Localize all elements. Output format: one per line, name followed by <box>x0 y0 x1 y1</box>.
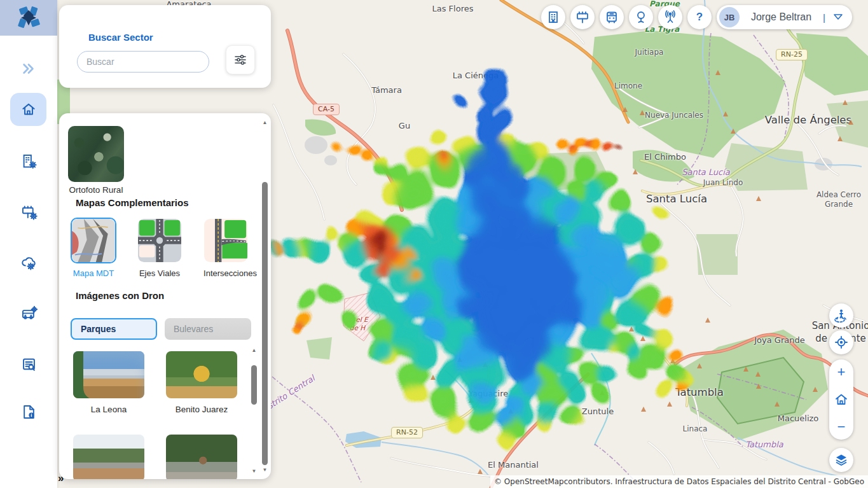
map-place-label: El Chimbo <box>644 152 686 162</box>
road-ref-badge: RN-25 <box>776 49 808 60</box>
base-layer-ortofoto-thumbnail[interactable] <box>68 126 124 182</box>
sidebar-item-report-info[interactable] <box>0 403 57 421</box>
sidebar-item-report-search[interactable] <box>0 356 57 373</box>
street-view-button[interactable] <box>829 303 853 328</box>
map-place-label: Zuntule <box>582 407 614 416</box>
peak-icon <box>640 110 645 115</box>
peak-icon <box>715 70 720 75</box>
scroll-down-icon[interactable]: ▼ <box>263 467 268 473</box>
park-card[interactable] <box>166 435 237 479</box>
drone-images-title: Imágenes con Dron <box>76 290 164 301</box>
scroll-up-icon[interactable]: ▲ <box>263 120 268 126</box>
search-panel-title: Buscar Sector <box>88 32 153 43</box>
peak-icon <box>478 469 483 474</box>
layer-mapa-mdt-thumbnail[interactable] <box>71 218 116 263</box>
map-place-label: Las Flores <box>432 4 474 13</box>
peak-icon <box>670 358 675 363</box>
peak-icon <box>756 196 761 201</box>
billboard-gear-icon <box>20 204 38 221</box>
map-place-label: Santa Lucía <box>682 167 730 177</box>
help-icon: ? <box>696 11 703 24</box>
layers-button[interactable] <box>829 448 853 472</box>
attribution-text: contributors. Infraestructura de Datos E… <box>564 477 864 486</box>
osm-attribution-link[interactable]: © OpenStreetMap <box>494 477 564 486</box>
sidebar-item-home[interactable] <box>10 93 46 126</box>
peak-icon <box>775 401 780 407</box>
app-logo[interactable] <box>0 0 57 36</box>
layer-intersecciones-label[interactable]: Intersecciones <box>195 268 265 278</box>
complementary-maps-title: Mapas Complementarios <box>76 197 189 208</box>
restricted-area <box>343 293 380 341</box>
peak-icon <box>615 319 620 324</box>
scroll-up-icon[interactable]: ▲ <box>252 347 257 354</box>
user-name: Jorge Beltran <box>740 11 823 23</box>
map-place-label: Nueva Juncales <box>645 111 703 120</box>
document-info-icon <box>20 403 38 421</box>
map-place-label: Yaguacire <box>469 389 508 398</box>
park-card-benito-juarez[interactable]: Benito Juarez <box>166 351 237 414</box>
layer-ejes-viales-thumbnail[interactable] <box>137 218 183 263</box>
sidebar-item-transport[interactable] <box>0 305 57 323</box>
map-place-label: Valle de Ángeles <box>765 114 851 126</box>
user-menu[interactable]: JB Jorge Beltran | <box>717 5 852 29</box>
peak-icon <box>705 317 710 323</box>
buildings-layer-button[interactable] <box>541 5 565 29</box>
layer-mapa-mdt-label[interactable]: Mapa MDT <box>63 268 124 278</box>
base-layer-label: Ortofoto Rural <box>68 185 124 195</box>
building-gear-icon <box>20 153 38 170</box>
peak-icon <box>508 408 513 414</box>
peak-icon <box>731 129 736 134</box>
map-place-label: Gu <box>399 121 410 130</box>
map-place-label: Juitiapa <box>635 48 664 57</box>
locate-button[interactable] <box>829 330 853 354</box>
chevrons-right-icon <box>20 62 37 76</box>
street-view-icon <box>834 308 849 323</box>
zoom-in-button[interactable]: + <box>837 366 846 379</box>
scroll-down-icon[interactable]: ▼ <box>252 468 257 475</box>
trees-layer-button[interactable] <box>629 5 653 29</box>
minor-roads-fill <box>273 10 865 478</box>
tab-parques[interactable]: Parques <box>71 318 157 340</box>
antennas-layer-button[interactable] <box>658 5 682 29</box>
urban-areas <box>305 136 832 389</box>
search-input[interactable] <box>77 51 209 73</box>
map-place-label: Santa Lucía <box>646 193 707 205</box>
zoom-out-button[interactable]: − <box>837 421 846 433</box>
map-place-label: Tatumbla <box>675 386 724 398</box>
bus-gear-icon <box>20 305 38 323</box>
scrollbar-thumb[interactable] <box>251 365 257 405</box>
layer-ejes-viales-label[interactable]: Ejes Viales <box>129 268 190 278</box>
tab-bulevares[interactable]: Bulevares <box>165 318 251 340</box>
park-card-la-leona[interactable]: La Leona <box>73 351 144 414</box>
filter-button[interactable] <box>226 45 255 74</box>
scrollbar-thumb[interactable] <box>262 182 268 465</box>
map-place-label: El Manantial <box>488 460 539 470</box>
park-card[interactable] <box>73 435 144 479</box>
map-place-label: Támara <box>371 85 402 95</box>
hillshade-thumb-icon <box>71 218 116 263</box>
transport-layer-button[interactable] <box>600 5 624 29</box>
map-attribution: © OpenStreetMap contributors. Infraestru… <box>490 475 868 488</box>
outer-scrollbar[interactable]: ▲ ▼ <box>262 120 268 473</box>
peak-icon <box>843 100 848 105</box>
peak-icon <box>457 357 462 362</box>
sidebar-item-cloud[interactable] <box>0 254 57 272</box>
map-place-label: Linaca <box>683 424 708 433</box>
home-extent-button[interactable] <box>834 392 849 407</box>
help-button[interactable]: ? <box>687 5 712 29</box>
billboards-layer-button[interactable] <box>570 5 595 29</box>
bus-icon <box>604 10 619 25</box>
sidebar <box>0 0 57 488</box>
peak-icon <box>629 326 634 331</box>
panel-collapse-chevron[interactable]: » <box>58 472 64 485</box>
sidebar-item-buildings[interactable] <box>0 153 57 170</box>
peak-icon <box>755 372 761 377</box>
layer-intersecciones-thumbnail[interactable] <box>203 218 249 263</box>
divider: | <box>823 12 825 23</box>
pinwheel-logo-icon <box>15 4 43 32</box>
top-toolbar: ? JB Jorge Beltran | <box>541 5 852 29</box>
peak-icon <box>813 387 818 392</box>
sidebar-expand-button[interactable] <box>0 62 57 76</box>
inner-scrollbar[interactable]: ▲ ▼ <box>251 347 257 475</box>
sidebar-item-billboards[interactable] <box>0 204 57 221</box>
